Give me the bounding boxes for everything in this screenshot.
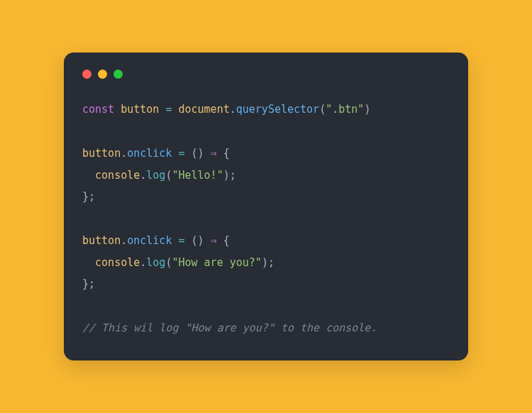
var-console: console xyxy=(95,256,140,269)
op-equals: = xyxy=(172,234,191,247)
punct-dot: . xyxy=(121,234,127,247)
arrow-icon: ⇒ xyxy=(204,147,223,160)
code-block: const button = document.querySelector(".… xyxy=(82,99,450,338)
comment-line: // This wil log "How are you?" to the co… xyxy=(82,321,377,334)
punct-parens: () xyxy=(192,147,204,160)
indent xyxy=(82,256,95,269)
var-button: button xyxy=(121,103,159,116)
punct-close-brace: }; xyxy=(82,190,95,203)
code-line: button.onclick = () ⇒ { xyxy=(82,147,230,160)
window-controls xyxy=(82,70,450,79)
keyword-const: const xyxy=(82,103,114,116)
arrow-icon: ⇒ xyxy=(204,234,223,247)
string-hello: "Hello!" xyxy=(172,169,223,182)
string-btn: ".btn" xyxy=(326,103,364,116)
punct-close-paren: ) xyxy=(223,169,230,182)
punct-open-paren: ( xyxy=(319,103,326,116)
var-button: button xyxy=(82,147,121,160)
code-line: console.log("How are you?"); xyxy=(82,256,275,269)
indent xyxy=(82,169,95,182)
code-line: button.onclick = () ⇒ { xyxy=(82,234,230,247)
code-line: // This wil log "How are you?" to the co… xyxy=(82,321,377,334)
punct-semi: ; xyxy=(268,256,275,269)
method-log: log xyxy=(146,169,165,182)
punct-close-paren: ) xyxy=(262,256,268,269)
prop-onclick: onclick xyxy=(127,234,172,247)
code-line: const button = document.querySelector(".… xyxy=(82,103,370,116)
minimize-icon[interactable] xyxy=(98,70,107,79)
punct-open-brace: { xyxy=(223,234,230,247)
var-button: button xyxy=(82,234,121,247)
op-equals: = xyxy=(159,103,178,116)
punct-dot: . xyxy=(121,147,127,160)
op-equals: = xyxy=(172,147,191,160)
punct-open-brace: { xyxy=(223,147,230,160)
prop-onclick: onclick xyxy=(127,147,172,160)
method-log: log xyxy=(146,256,165,269)
code-window: const button = document.querySelector(".… xyxy=(64,53,468,360)
code-line: }; xyxy=(82,277,95,290)
punct-semi: ; xyxy=(230,169,236,182)
punct-close-paren: ) xyxy=(364,103,370,116)
string-how-are-you: "How are you?" xyxy=(172,256,261,269)
punct-dot: . xyxy=(140,169,146,182)
var-document: document xyxy=(178,103,229,116)
punct-parens: () xyxy=(192,234,204,247)
punct-close-brace: }; xyxy=(82,277,95,290)
method-queryselector: querySelector xyxy=(236,103,319,116)
code-line: console.log("Hello!"); xyxy=(82,169,236,182)
maximize-icon[interactable] xyxy=(113,70,123,79)
punct-dot: . xyxy=(140,256,146,269)
code-line: }; xyxy=(82,190,95,203)
close-icon[interactable] xyxy=(82,70,92,79)
punct-dot: . xyxy=(230,103,236,116)
var-console: console xyxy=(95,169,140,182)
